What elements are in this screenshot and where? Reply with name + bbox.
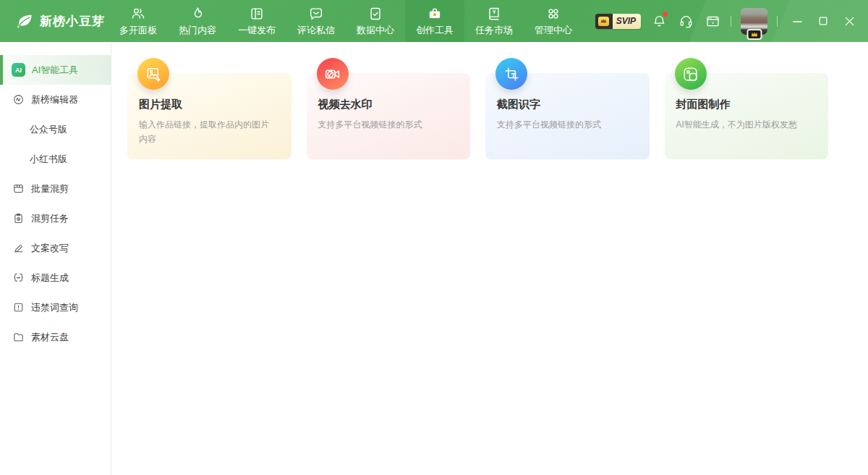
titlebar-divider bbox=[731, 16, 731, 27]
sidebar-item-gongzhonghao[interactable]: 公众号版 bbox=[0, 114, 111, 144]
sidebar-item-banned-words[interactable]: 违禁词查询 bbox=[0, 293, 111, 322]
card-screenshot-ocr[interactable]: 截图识字 支持多平台视频链接的形式 bbox=[485, 73, 650, 159]
nav-label: 热门内容 bbox=[179, 24, 216, 37]
sidebar-item-editing-tasks[interactable]: 混剪任务 bbox=[0, 203, 111, 233]
users-icon bbox=[130, 6, 146, 22]
sidebar-item-ai-tools[interactable]: AI AI智能工具 bbox=[0, 55, 111, 85]
nav-label: 多开面板 bbox=[119, 24, 157, 37]
nav-item-admin-center[interactable]: 管理中心 bbox=[524, 0, 583, 42]
card-cover-maker[interactable]: 封面图制作 AI智能生成，不为图片版权发愁 bbox=[665, 73, 829, 159]
nav-label: 评论私信 bbox=[297, 24, 335, 37]
nav-item-creation-tools[interactable]: 创作工具 bbox=[405, 0, 464, 42]
app-title: 新榜小豆芽 bbox=[40, 13, 105, 30]
sidebar-item-material-cloud[interactable]: 素材云盘 bbox=[0, 322, 111, 352]
sidebar-item-copy-rewrite[interactable]: 文案改写 bbox=[0, 233, 111, 263]
card-image-extract[interactable]: 图片提取 输入作品链接，提取作品内的图片内容 bbox=[127, 73, 292, 159]
cover-maker-icon bbox=[675, 58, 707, 90]
close-button[interactable] bbox=[843, 15, 855, 27]
chat-icon bbox=[308, 6, 324, 22]
grid-icon bbox=[545, 6, 561, 22]
briefcase-icon bbox=[427, 6, 443, 22]
card-title: 截图识字 bbox=[497, 98, 638, 112]
support-button[interactable] bbox=[677, 12, 694, 30]
sidebar-item-title-generator[interactable]: 标题生成 bbox=[0, 263, 111, 293]
nav-item-task-market[interactable]: ¥ 任务市场 bbox=[464, 0, 524, 42]
sidebar-item-batch-editing[interactable]: 批量混剪 bbox=[0, 174, 111, 203]
clipboard-icon bbox=[12, 212, 25, 224]
sidebar-item-label: 违禁词查询 bbox=[31, 301, 78, 314]
sidebar-item-label: 批量混剪 bbox=[31, 182, 69, 196]
app-window: 新榜小豆芽 多开面板 热门内容 bbox=[0, 0, 868, 475]
card-title: 视频去水印 bbox=[318, 98, 459, 112]
video-nowatermark-icon bbox=[317, 58, 349, 90]
sidebar-item-xiaohongshu[interactable]: 小红书版 bbox=[0, 144, 111, 174]
headset-icon bbox=[678, 14, 694, 29]
floating-window-icon bbox=[705, 14, 720, 29]
book-yen-icon: ¥ bbox=[486, 6, 502, 22]
card-video-watermark-removal[interactable]: 视频去水印 支持多平台视频链接的形式 bbox=[307, 73, 471, 159]
notifications-button[interactable] bbox=[650, 12, 668, 30]
banned-words-icon bbox=[12, 301, 25, 314]
editor-pulse-icon bbox=[12, 93, 25, 106]
sidebar-item-label: 公众号版 bbox=[30, 123, 67, 136]
flame-icon bbox=[190, 6, 205, 22]
clapperboard-icon bbox=[12, 182, 25, 195]
tool-cards: 图片提取 输入作品链接，提取作品内的图片内容 视频去水印 支持多平台视频链接的形… bbox=[127, 73, 828, 159]
maximize-button[interactable] bbox=[817, 15, 829, 27]
doc-check-icon bbox=[367, 6, 383, 22]
sidebar-item-newrank-editor[interactable]: 新榜编辑器 bbox=[0, 85, 111, 114]
app-logo: 新榜小豆芽 bbox=[0, 0, 109, 42]
page-body: AI AI智能工具 新榜编辑器 公众号版 小红书版 bbox=[0, 42, 868, 475]
sidebar-item-label: 新榜编辑器 bbox=[31, 93, 78, 106]
card-description: AI智能生成，不为图片版权发愁 bbox=[676, 118, 817, 133]
sidebar-item-label: AI智能工具 bbox=[32, 64, 78, 77]
rewrite-pen-icon bbox=[12, 242, 25, 254]
notification-dot bbox=[663, 12, 668, 17]
main-content: 图片提取 输入作品链接，提取作品内的图片内容 视频去水印 支持多平台视频链接的形… bbox=[111, 42, 868, 475]
sidebar-item-label: 小红书版 bbox=[30, 153, 67, 166]
titlebar: 新榜小豆芽 多开面板 热门内容 bbox=[0, 0, 868, 42]
titlebar-right: SVIP bbox=[595, 0, 868, 42]
card-title: 图片提取 bbox=[139, 98, 280, 112]
svip-label: SVIP bbox=[613, 14, 641, 29]
card-description: 支持多平台视频链接的形式 bbox=[497, 118, 638, 133]
cloud-folder-icon bbox=[12, 331, 25, 343]
mini-window-button[interactable] bbox=[704, 12, 721, 30]
nav-label: 任务市场 bbox=[475, 24, 513, 37]
svip-badge[interactable]: SVIP bbox=[595, 14, 641, 29]
main-nav: 多开面板 热门内容 一键发布 bbox=[109, 0, 583, 42]
title-brackets-icon bbox=[12, 272, 25, 284]
sidebar-item-label: 混剪任务 bbox=[31, 212, 69, 225]
sidebar-item-label: 素材云盘 bbox=[31, 331, 69, 344]
nav-item-hot-content[interactable]: 热门内容 bbox=[168, 0, 227, 42]
sidebar-item-label: 文案改写 bbox=[31, 242, 69, 255]
nav-label: 管理中心 bbox=[535, 24, 572, 37]
sidebar: AI AI智能工具 新榜编辑器 公众号版 小红书版 bbox=[0, 42, 111, 475]
member-crown-badge bbox=[746, 29, 762, 40]
image-extract-icon bbox=[137, 58, 169, 90]
nav-label: 一键发布 bbox=[238, 24, 276, 37]
nav-item-multi-panel[interactable]: 多开面板 bbox=[109, 0, 168, 42]
card-description: 支持多平台视频链接的形式 bbox=[318, 118, 459, 133]
sprout-leaf-icon bbox=[14, 12, 34, 31]
window-controls bbox=[791, 15, 855, 27]
ai-badge-icon: AI bbox=[12, 63, 25, 77]
nav-item-one-click-publish[interactable]: 一键发布 bbox=[227, 0, 286, 42]
titlebar-divider bbox=[777, 16, 778, 27]
publish-icon bbox=[249, 6, 265, 22]
card-title: 封面图制作 bbox=[676, 98, 817, 112]
sidebar-item-label: 标题生成 bbox=[31, 272, 69, 285]
user-avatar[interactable] bbox=[741, 8, 767, 35]
svip-crown-icon bbox=[595, 14, 613, 29]
card-description: 输入作品链接，提取作品内的图片内容 bbox=[139, 118, 280, 147]
nav-item-data-center[interactable]: 数据中心 bbox=[346, 0, 405, 42]
svg-text:¥: ¥ bbox=[493, 8, 496, 14]
nav-item-comments-dm[interactable]: 评论私信 bbox=[286, 0, 346, 42]
screenshot-ocr-icon bbox=[495, 58, 527, 90]
nav-label: 创作工具 bbox=[416, 24, 454, 37]
nav-label: 数据中心 bbox=[357, 24, 394, 37]
minimize-button[interactable] bbox=[791, 15, 803, 27]
